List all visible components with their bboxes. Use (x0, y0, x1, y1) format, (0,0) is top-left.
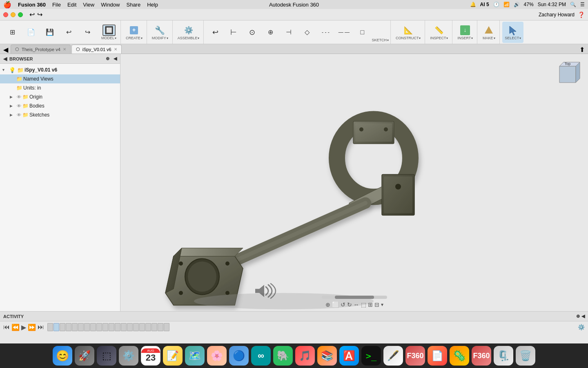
insert-button[interactable]: ↓ INSERT (455, 22, 475, 43)
construct-button[interactable]: 📐 CONSTRUCT (393, 22, 423, 43)
save-button[interactable]: 💾 (41, 22, 59, 43)
tree-item-sketches[interactable]: ▶ 👁 📁 Sketches (0, 110, 120, 119)
browser-options[interactable]: ⊕ (106, 56, 109, 61)
timeline-frame[interactable] (115, 323, 120, 331)
sketch-tool-3[interactable]: ⊙ (243, 22, 261, 43)
maximize-button[interactable] (18, 12, 23, 17)
timeline-start[interactable]: ⏮ (3, 323, 10, 331)
dock-maps[interactable]: 🗺️ (185, 346, 205, 366)
app-name-menu[interactable]: Fusion 360 (18, 2, 46, 8)
view-cube[interactable]: Top (551, 58, 584, 91)
tab-prototype-close[interactable]: ✕ (63, 47, 66, 52)
timeline-frame[interactable] (90, 323, 96, 331)
grid-button[interactable]: ⊞ (3, 22, 21, 43)
dock-books[interactable]: 📚 (317, 346, 337, 366)
file-menu[interactable]: File (52, 2, 61, 8)
activity-collapse[interactable]: ◀ (581, 314, 585, 319)
timeline-frame[interactable] (102, 323, 108, 331)
dock-vlc[interactable]: 🦠 (450, 346, 469, 366)
timeline-frame[interactable] (96, 323, 102, 331)
sketch-dashes-2[interactable]: — — (335, 22, 353, 43)
timeline-frame[interactable] (145, 323, 151, 331)
vp-tool-5[interactable]: ↔ (354, 301, 359, 308)
dock-chrome[interactable]: 🔵 (229, 346, 249, 366)
dock-notes[interactable]: 📝 (163, 346, 183, 366)
dock-music[interactable]: 🎵 (295, 346, 315, 366)
back-button[interactable]: ◀ (3, 46, 9, 54)
dock-system-prefs[interactable]: ⚙️ (119, 346, 138, 366)
timeline-frame[interactable] (109, 323, 114, 331)
control-icon[interactable]: ☰ (580, 2, 585, 7)
view-menu[interactable]: View (83, 2, 94, 8)
undo-button[interactable]: ↩ (29, 11, 35, 18)
timeline-frame[interactable] (158, 323, 163, 331)
modify-button[interactable]: 🔧 MODIFY (149, 22, 171, 43)
make-button[interactable]: MAKE (480, 22, 498, 43)
search-icon[interactable]: 🔍 (570, 2, 576, 7)
vp-tool-4[interactable]: ↻ (347, 301, 352, 308)
tab-ispy[interactable]: ⬡ iSpy_V0.01 v6 ✕ (71, 45, 122, 54)
inspect-button[interactable]: 📏 INSPECT (428, 22, 450, 43)
dock-finder[interactable]: 😊 (53, 346, 72, 366)
window-menu[interactable]: Window (101, 2, 120, 8)
timeline-frame[interactable] (151, 323, 157, 331)
sketch-tool-6[interactable]: ◇ (298, 22, 316, 43)
vp-tool-3[interactable]: ↺ (341, 301, 345, 308)
vp-tool-2[interactable]: ⬜ (332, 301, 339, 308)
timeline-frame[interactable] (72, 323, 78, 331)
vp-tool-1[interactable]: ⊕ (325, 301, 330, 308)
dock-appstore[interactable]: 🅰️ (339, 346, 359, 366)
close-button[interactable] (3, 12, 8, 17)
timeline-settings[interactable]: ⚙️ (578, 324, 585, 330)
redo-button[interactable]: ↪ (37, 11, 42, 18)
edit-menu[interactable]: Edit (67, 2, 76, 8)
timeline-frame[interactable] (121, 323, 127, 331)
viewport[interactable]: Top ⊕ ⬜ ↺ ↻ ↔ ⬚ ⊞ ⊟ ▾ (120, 54, 588, 311)
timeline-frame[interactable] (133, 323, 139, 331)
user-name[interactable]: Zachary Howard (539, 12, 575, 18)
ai-icon[interactable]: AI 5 (480, 2, 489, 7)
apple-menu[interactable]: 🍎 (3, 1, 11, 9)
undo-toolbar-button[interactable]: ↩ (60, 22, 78, 43)
volume-icon[interactable]: 🔊 (514, 2, 520, 7)
tab-prototype[interactable]: ⬡ Theis_Prototype v4 ✕ (11, 45, 71, 54)
dock-inkscape[interactable]: 🖋️ (383, 346, 403, 366)
sketch-tool-2[interactable]: ⊢ (225, 22, 243, 43)
back-nav-icon[interactable]: ◀ (3, 56, 7, 62)
timeline-frame[interactable] (127, 323, 133, 331)
dock-mission-control[interactable]: ⬚ (97, 346, 116, 366)
sketch-tool-1[interactable]: ↩ (206, 22, 224, 43)
timeline-frame[interactable] (78, 323, 84, 331)
vp-tool-arrow[interactable]: ▾ (381, 302, 383, 307)
timeline-frame[interactable] (47, 323, 53, 331)
timeline-next[interactable]: ⏩ (28, 323, 36, 331)
share-menu[interactable]: Share (126, 2, 140, 8)
timeline-prev[interactable]: ⏪ (11, 323, 20, 331)
dock-photos[interactable]: 🌸 (207, 346, 227, 366)
tree-item-named-views[interactable]: 📁 Named Views (0, 74, 120, 83)
help-menu[interactable]: Help (147, 2, 158, 8)
wifi-icon[interactable]: 📶 (503, 2, 510, 7)
vp-tool-7[interactable]: ⊞ (368, 301, 373, 308)
tree-item-bodies[interactable]: ▶ 👁 📁 Bodies (0, 101, 120, 110)
dock-sublime[interactable]: 📄 (428, 346, 447, 366)
dock-launchpad[interactable]: 🚀 (75, 346, 94, 366)
dock-trash[interactable]: 🗑️ (516, 346, 535, 366)
select-button[interactable]: SELECT (502, 22, 523, 43)
timeline-end[interactable]: ⏭ (38, 323, 44, 331)
tree-item-origin[interactable]: ▶ 👁 📁 Origin (0, 92, 120, 101)
dock-fusion-2[interactable]: F360 (472, 346, 491, 366)
dock-calendar[interactable]: AUG 23 (141, 346, 160, 366)
timeline-frame[interactable] (66, 323, 71, 331)
timeline-frame[interactable] (53, 323, 59, 331)
timeline-frame[interactable] (60, 323, 65, 331)
activity-add[interactable]: ⊕ (576, 314, 580, 319)
tab-ispy-close[interactable]: ✕ (114, 47, 117, 52)
timeline-play[interactable]: ▶ (21, 323, 26, 331)
dock-evernote[interactable]: 🐘 (273, 346, 293, 366)
scrollbar-thumb[interactable] (335, 296, 374, 299)
timeline-frame[interactable] (84, 323, 90, 331)
sketch-tool-4[interactable]: ⊕ (261, 22, 279, 43)
vp-tool-6[interactable]: ⬚ (361, 301, 366, 308)
dock-fusion-1[interactable]: F360 (405, 346, 425, 366)
